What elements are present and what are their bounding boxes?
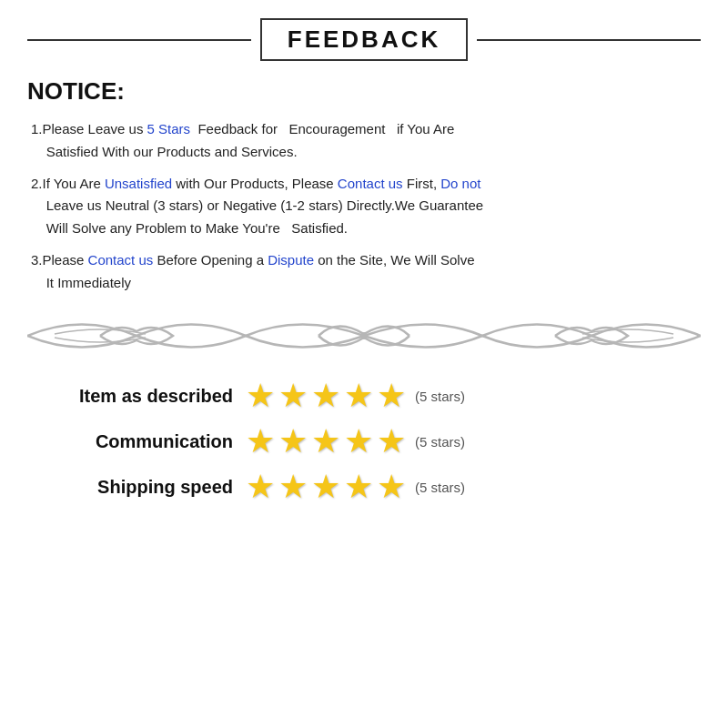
star-c5: ★	[377, 425, 406, 458]
rating-row-communication: Communication ★ ★ ★ ★ ★ (5 stars)	[36, 425, 701, 458]
rating-label-item: Item as described	[36, 386, 246, 407]
star-s4: ★	[344, 470, 373, 503]
star-c1: ★	[246, 425, 275, 458]
header-box: FEEDBACK	[260, 18, 468, 61]
rating-row-shipping: Shipping speed ★ ★ ★ ★ ★ (5 stars)	[36, 470, 701, 503]
star-c3: ★	[311, 425, 340, 458]
stars-item: ★ ★ ★ ★ ★ (5 stars)	[246, 379, 465, 412]
svg-point-0	[360, 332, 368, 339]
notice-body: 1.Please Leave us 5 Stars Feedback for E…	[27, 118, 701, 294]
header-line-right	[477, 39, 701, 41]
star-s5: ★	[377, 470, 406, 503]
header-area: FEEDBACK	[27, 18, 701, 61]
star-4: ★	[344, 379, 373, 412]
rating-row-item: Item as described ★ ★ ★ ★ ★ (5 stars)	[36, 379, 701, 412]
rating-label-shipping: Shipping speed	[36, 477, 246, 498]
rating-label-communication: Communication	[36, 431, 246, 452]
stars-shipping: ★ ★ ★ ★ ★ (5 stars)	[246, 470, 465, 503]
header-line-left	[27, 39, 251, 41]
star-c2: ★	[278, 425, 308, 458]
star-c4: ★	[344, 425, 373, 458]
page: FEEDBACK NOTICE: 1.Please Leave us 5 Sta…	[0, 0, 728, 728]
stars-label-shipping: (5 stars)	[415, 480, 465, 495]
star-2: ★	[278, 379, 308, 412]
star-5: ★	[377, 379, 406, 412]
star-s2: ★	[278, 470, 308, 503]
notice-item-2: 2.If You Are Unsatisfied with Our Produc…	[27, 173, 701, 240]
stars-label-communication: (5 stars)	[415, 434, 465, 450]
star-3: ★	[311, 379, 340, 412]
page-title: FEEDBACK	[288, 25, 440, 53]
star-1: ★	[246, 379, 275, 412]
star-s3: ★	[311, 470, 340, 503]
star-s1: ★	[246, 470, 275, 503]
stars-communication: ★ ★ ★ ★ ★ (5 stars)	[246, 425, 465, 458]
notice-item-3: 3.Please Contact us Before Opening a Dis…	[27, 249, 701, 295]
ratings-section: Item as described ★ ★ ★ ★ ★ (5 stars) Co…	[27, 379, 701, 503]
stars-label-item: (5 stars)	[415, 389, 465, 404]
divider-area	[27, 308, 701, 363]
decorative-divider	[27, 308, 701, 363]
notice-title: NOTICE:	[27, 77, 701, 106]
notice-item-1: 1.Please Leave us 5 Stars Feedback for E…	[27, 118, 701, 164]
